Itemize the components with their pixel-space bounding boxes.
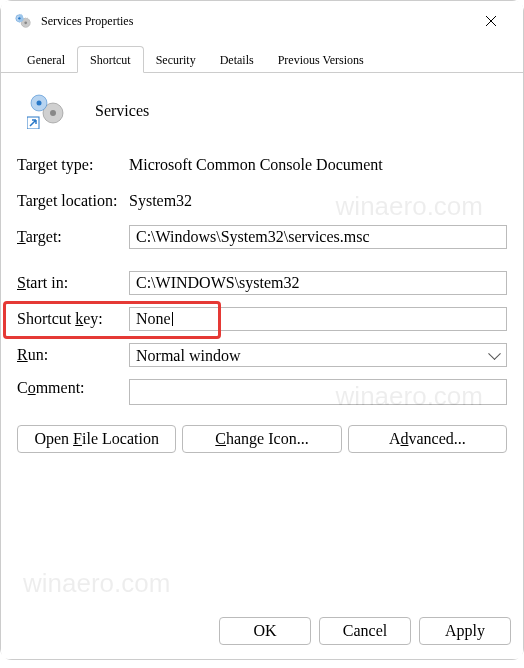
dialog-button-row: OK Cancel Apply: [1, 607, 523, 659]
shortcut-file-icon: [27, 89, 67, 133]
svg-point-7: [50, 110, 56, 116]
tab-content-shortcut: Services Target type: Microsoft Common C…: [1, 73, 523, 607]
shortcut-key-label: Shortcut key:: [17, 310, 129, 328]
comment-input[interactable]: [129, 379, 507, 405]
start-in-label: Start in:: [17, 274, 129, 292]
tab-security[interactable]: Security: [144, 46, 208, 73]
start-in-input[interactable]: [129, 271, 507, 295]
tab-shortcut[interactable]: Shortcut: [77, 46, 144, 73]
target-input[interactable]: [129, 225, 507, 249]
run-select[interactable]: Normal window: [129, 343, 507, 367]
cancel-button[interactable]: Cancel: [319, 617, 411, 645]
tab-details[interactable]: Details: [208, 46, 266, 73]
ok-button[interactable]: OK: [219, 617, 311, 645]
window-title: Services Properties: [41, 14, 471, 29]
shortcut-name: Services: [95, 102, 149, 120]
svg-point-9: [37, 101, 42, 106]
close-icon: [485, 15, 497, 27]
target-label: Target:: [17, 228, 129, 246]
open-file-location-button[interactable]: Open File Location: [17, 425, 176, 453]
advanced-button[interactable]: Advanced...: [348, 425, 507, 453]
shortcut-key-value: None: [136, 310, 171, 328]
properties-dialog: Services Properties General Shortcut Sec…: [0, 0, 524, 660]
svg-point-3: [18, 17, 20, 19]
tab-strip: General Shortcut Security Details Previo…: [1, 45, 523, 73]
change-icon-button[interactable]: Change Icon...: [182, 425, 341, 453]
run-label: Run:: [17, 346, 129, 364]
target-type-label: Target type:: [17, 156, 129, 174]
services-icon: [13, 11, 33, 31]
target-location-value: System32: [129, 192, 192, 210]
shortcut-key-input[interactable]: None: [129, 307, 507, 331]
tab-general[interactable]: General: [15, 46, 77, 73]
apply-button[interactable]: Apply: [419, 617, 511, 645]
svg-point-1: [24, 21, 27, 24]
close-button[interactable]: [471, 5, 511, 37]
tab-previous-versions[interactable]: Previous Versions: [266, 46, 376, 73]
titlebar: Services Properties: [1, 1, 523, 41]
target-type-value: Microsoft Common Console Document: [129, 156, 383, 174]
comment-label: Comment:: [17, 379, 129, 397]
target-location-label: Target location:: [17, 192, 129, 210]
